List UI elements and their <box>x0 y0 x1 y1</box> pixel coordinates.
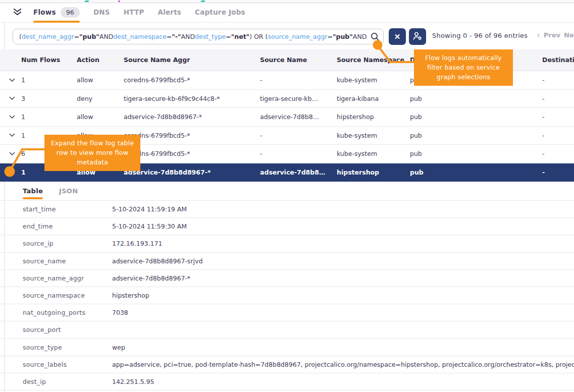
detail-field-row: source_ip172.16.193.171 <box>0 235 574 252</box>
query-value: "-" <box>172 33 181 40</box>
tab-flows-label: Flows <box>33 8 56 16</box>
entries-summary: Showing 0 - 96 of 96 entries <box>432 32 528 39</box>
chevron-down-icon[interactable] <box>5 96 21 100</box>
detail-field-row: source_namespacehipstershop <box>0 287 574 304</box>
col-source-namespace: Source Namespace <box>337 56 383 64</box>
graph-mark <box>84 1 89 2</box>
chevron-down-icon[interactable] <box>5 78 21 82</box>
query-value: "net" <box>231 33 249 40</box>
col-num-flows: Num Flows <box>21 56 60 64</box>
graph-mark <box>118 1 120 2</box>
graph-mark <box>200 1 205 2</box>
col-destination-name: Destination Name <box>542 56 574 64</box>
tab-capture-jobs[interactable]: Capture Jobs <box>195 3 245 22</box>
query-field: dest_type <box>195 33 226 40</box>
query-value: "pub" <box>79 33 99 40</box>
col-source-name: Source Name <box>260 56 337 64</box>
col-action: Action <box>77 56 124 64</box>
detail-field-row: source_typewep <box>0 339 574 356</box>
prev-button[interactable]: Prev <box>544 31 560 39</box>
flow-row[interactable]: 1 allow adservice-7d8b8d8967-* adservice… <box>0 108 574 127</box>
detail-field-row: start_time5-10-2024 11:59:19 AM <box>0 201 574 218</box>
query-value: "pub" <box>333 33 353 40</box>
detail-field-row: source_port <box>0 321 574 339</box>
chevron-down-icon[interactable] <box>5 115 21 119</box>
flow-logs-panel: Flows 96 DNS HTTP Alerts Capture Jobs (d… <box>0 0 574 392</box>
chevron-left-icon[interactable]: ‹ <box>537 31 540 39</box>
next-button[interactable]: Next <box>564 31 574 39</box>
detail-tab-table[interactable]: Table <box>23 182 43 201</box>
detail-field-row: end_time5-10-2024 11:59:30 AM <box>0 218 574 235</box>
filter-callout-tooltip: Flow logs automatically filter based on … <box>414 49 513 86</box>
flows-count-badge: 96 <box>61 7 80 18</box>
tab-alerts[interactable]: Alerts <box>158 3 182 22</box>
tab-http[interactable]: HTTP <box>124 3 144 22</box>
detail-tab-json[interactable]: JSON <box>59 182 78 201</box>
user-settings-button[interactable] <box>409 28 426 45</box>
query-field: dest_name_aggr <box>22 33 74 40</box>
user-gear-icon <box>412 31 423 42</box>
chevron-down-icon[interactable] <box>5 133 21 137</box>
close-icon: ✕ <box>394 32 401 41</box>
detail-tab-bar: Table JSON <box>0 182 574 201</box>
query-field: source_name_aggr <box>268 33 327 40</box>
filter-query-input[interactable]: (dest_name_aggr = "pub" AND dest_namespa… <box>13 29 384 44</box>
detail-field-row: source_labelsapp=adservice, pci=true, po… <box>0 356 574 373</box>
pagination: ‹ Prev Next › <box>537 31 574 39</box>
flow-row[interactable]: 3 deny tigera-secure-kb-6f9c9c44c8-* tig… <box>0 90 574 108</box>
collapse-double-chevron-icon[interactable] <box>13 8 22 16</box>
tab-dns[interactable]: DNS <box>93 3 110 22</box>
clear-filter-button[interactable]: ✕ <box>389 28 406 45</box>
detail-field-row: dest_ip142.251.5.95 <box>0 373 574 390</box>
detail-field-row: source_name_aggradservice-7d8b8d8967-* <box>0 270 574 287</box>
detail-field-row: nat_outgoing_ports7038 <box>0 304 574 321</box>
expand-callout-tooltip: Expand the flow log table row to view mo… <box>44 135 140 171</box>
detail-field-row: source_nameadservice-7d8b8d8967-srjvd <box>0 253 574 270</box>
search-icon[interactable] <box>370 32 380 43</box>
tab-flows[interactable]: Flows 96 <box>33 3 80 22</box>
chevron-down-icon[interactable] <box>5 152 21 156</box>
col-source-name-aggr: Source Name Aggr <box>124 56 260 64</box>
tab-bar: Flows 96 DNS HTTP Alerts Capture Jobs <box>0 3 574 23</box>
query-field: dest_namespace <box>113 33 166 40</box>
